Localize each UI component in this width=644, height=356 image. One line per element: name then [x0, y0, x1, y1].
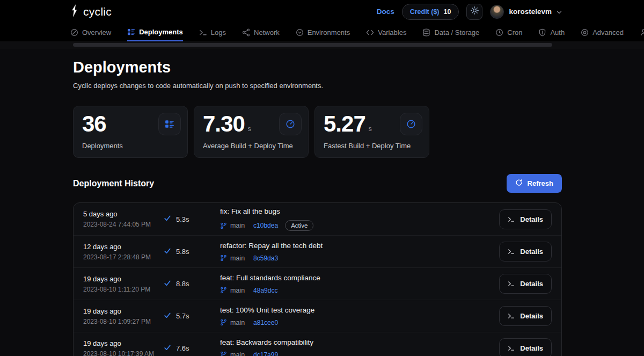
tab-data-storage[interactable]: Data / Storage: [422, 27, 479, 41]
build-duration: 8.8s: [176, 280, 189, 288]
nav-scrollbar-thumb[interactable]: [73, 43, 552, 47]
details-button[interactable]: Details: [499, 306, 552, 326]
commit-message: refactor: Repay all the tech debt: [220, 242, 499, 250]
commit-hash-link[interactable]: 48a9dcc: [253, 287, 277, 294]
tab-label: Cron: [507, 28, 522, 37]
terminal-icon: [508, 313, 515, 319]
relative-time: 19 days ago: [83, 307, 164, 315]
stat-unit: s: [248, 125, 251, 135]
docs-link[interactable]: Docs: [377, 8, 394, 16]
stat-card-average-time: 7.30 s Average Build + Deploy Time: [194, 106, 309, 158]
details-label: Details: [520, 248, 543, 256]
code-brackets-icon: [366, 28, 374, 37]
commit-message: test: 100% Unit test coverage: [220, 306, 499, 314]
commit-message: feat: Backwards compatibility: [220, 338, 499, 346]
commit-message: feat: Full standards compliance: [220, 274, 499, 282]
main-content: Deployments Cyclic deploys changes to co…: [0, 49, 644, 356]
commit-message: fix: Fix all the bugs: [220, 207, 499, 215]
tab-label: Overview: [82, 28, 111, 37]
check-icon: [164, 311, 171, 321]
target-icon: [581, 28, 589, 37]
person-icon: [640, 28, 644, 37]
timestamp: 2023-08-24 7:44:05 PM: [83, 221, 164, 228]
network-icon: [242, 28, 250, 37]
tab-label: Deployments: [139, 28, 183, 36]
username: korostelevm: [509, 8, 552, 16]
git-branch-icon: [220, 255, 227, 261]
tab-advanced[interactable]: Advanced: [581, 27, 624, 41]
details-label: Details: [520, 215, 543, 223]
commit-hash-link[interactable]: a81cee0: [253, 319, 278, 326]
timestamp: 2023-08-10 10:17:39 AM: [83, 350, 164, 356]
stat-unit: s: [369, 125, 372, 135]
details-button[interactable]: Details: [499, 209, 552, 229]
deployments-icon: [158, 113, 181, 135]
relative-time: 19 days ago: [83, 339, 164, 347]
tab-overview[interactable]: Overview: [70, 27, 111, 41]
tab-label: Environments: [308, 28, 350, 37]
tab-auth[interactable]: Auth: [538, 27, 565, 41]
tab-network[interactable]: Network: [242, 27, 280, 41]
tab-label: Network: [254, 28, 280, 37]
deployment-row: 5 days ago 2023-08-24 7:44:05 PM 5.3s fi…: [74, 203, 561, 235]
theme-toggle-button[interactable]: [466, 4, 482, 20]
tab-label: Advanced: [592, 28, 624, 37]
branch-name: main: [230, 319, 245, 326]
deployment-row: 12 days ago 2023-08-17 2:28:48 PM 5.8s r…: [74, 235, 561, 267]
timestamp: 2023-08-10 1:11:20 PM: [83, 286, 164, 293]
tab-cron[interactable]: Cron: [495, 27, 522, 41]
nav-scrollbar-track: [0, 41, 644, 49]
chevron-down-icon: [557, 7, 562, 17]
tab-label: Data / Storage: [434, 28, 479, 37]
stat-value: 7.30: [203, 113, 245, 135]
stat-label: Average Build + Deploy Time: [203, 142, 299, 150]
tab-variables[interactable]: Variables: [366, 27, 406, 41]
avatar: [490, 5, 504, 19]
commit-hash-link[interactable]: dc17a99: [253, 351, 278, 356]
build-duration: 5.7s: [176, 312, 189, 320]
details-label: Details: [520, 312, 543, 320]
branch-name: main: [230, 351, 245, 356]
page-subtitle: Cyclic deploys changes to code automatic…: [73, 82, 562, 90]
tab-admin[interactable]: Ad: [640, 27, 644, 41]
tab-logs[interactable]: Logs: [199, 27, 226, 41]
deployments-icon: [127, 28, 135, 36]
deployment-row: 19 days ago 2023-08-10 10:17:39 AM 7.6s …: [74, 332, 561, 356]
timer-icon: [400, 113, 422, 135]
details-label: Details: [520, 344, 543, 352]
refresh-label: Refresh: [528, 179, 553, 187]
deployment-history-title: Deployment History: [73, 179, 154, 188]
relative-time: 19 days ago: [83, 275, 164, 283]
details-button[interactable]: Details: [499, 274, 552, 294]
build-duration: 7.6s: [176, 344, 189, 352]
deployment-row: 19 days ago 2023-08-10 1:11:20 PM 8.8s f…: [74, 267, 561, 300]
check-icon: [164, 344, 171, 353]
cyclic-logo[interactable]: cyclic: [70, 4, 112, 20]
timestamp: 2023-08-10 1:09:27 PM: [83, 318, 164, 325]
tab-label: Logs: [211, 28, 226, 37]
details-label: Details: [520, 280, 543, 288]
stat-label: Fastest Build + Deploy Time: [324, 142, 420, 150]
terminal-icon: [508, 248, 515, 255]
commit-hash-link[interactable]: c10bdea: [253, 222, 278, 229]
refresh-button[interactable]: Refresh: [507, 174, 562, 193]
build-duration: 5.8s: [176, 248, 189, 256]
details-button[interactable]: Details: [499, 338, 552, 356]
terminal-icon: [508, 216, 515, 223]
stat-card-deployments: 36 Deployments: [73, 106, 188, 158]
git-branch-icon: [220, 222, 227, 229]
commit-hash-link[interactable]: 8c59da3: [253, 255, 278, 262]
timestamp: 2023-08-17 2:28:48 PM: [83, 253, 164, 261]
tab-deployments[interactable]: Deployments: [127, 27, 183, 41]
git-branch-icon: [220, 287, 227, 294]
tab-environments[interactable]: Environments: [296, 27, 350, 41]
credit-value: 10: [444, 8, 451, 16]
sun-icon: [471, 6, 479, 17]
credit-badge[interactable]: Credit ($) 10: [402, 4, 459, 20]
check-icon: [164, 247, 171, 257]
relative-time: 12 days ago: [83, 243, 164, 251]
details-button[interactable]: Details: [499, 242, 552, 261]
environments-icon: [296, 28, 304, 37]
logo-text: cyclic: [83, 5, 112, 18]
user-menu[interactable]: korostelevm: [490, 5, 562, 19]
